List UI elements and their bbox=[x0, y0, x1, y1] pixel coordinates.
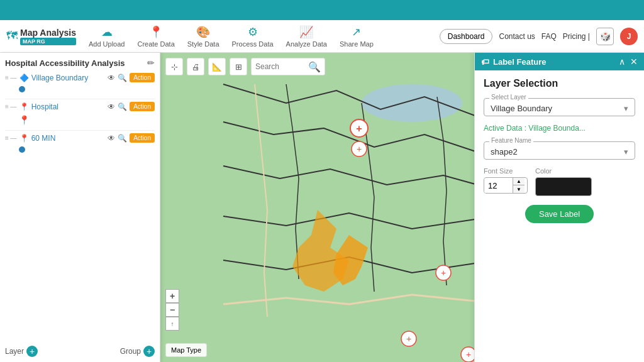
logo-icon: 🗺 bbox=[6, 30, 18, 43]
drag-handle: ≡ — bbox=[5, 74, 17, 81]
village-layer-icon: 🔷 bbox=[19, 74, 29, 82]
panel-header: Hospital Accessibility Analysis ✏ bbox=[5, 58, 155, 68]
color-swatch[interactable] bbox=[535, 177, 592, 196]
active-data-label: Active Data : Village Bounda... bbox=[484, 124, 635, 133]
60min-eye-icon[interactable]: 🔍 bbox=[118, 134, 127, 143]
font-size-input[interactable]: ▲ ▼ bbox=[484, 177, 528, 194]
60min-layer-icon: 📍 bbox=[19, 134, 29, 143]
zoom-reset-button[interactable]: ↑ bbox=[165, 317, 179, 331]
svg-text:+: + bbox=[406, 334, 411, 344]
left-panel: Hospital Accessibility Analysis ✏ ≡ — 🔷 … bbox=[0, 53, 160, 362]
color-col: Color bbox=[535, 167, 592, 196]
zoom-controls: + − ↑ bbox=[165, 289, 179, 331]
rp-header-title: 🏷 Label Feature bbox=[481, 57, 547, 67]
save-label-button[interactable]: Save Label bbox=[525, 205, 594, 223]
cube-icon[interactable]: 🎲 bbox=[596, 28, 614, 45]
rp-header: 🏷 Label Feature ∧ ✕ bbox=[475, 53, 644, 70]
search-icon: 🔍 bbox=[308, 61, 321, 73]
map-tool-measure[interactable]: 📐 bbox=[208, 58, 226, 75]
faq-link[interactable]: FAQ bbox=[541, 32, 557, 41]
village-action-button[interactable]: Action bbox=[130, 73, 155, 82]
toolbar-add-upload[interactable]: ☁ Add Upload bbox=[89, 25, 125, 48]
search-input[interactable] bbox=[255, 62, 306, 71]
feature-name-field[interactable]: Feature Name shape2 ▾ bbox=[484, 141, 635, 160]
map-type-label: Map Type bbox=[171, 346, 201, 354]
hospital-visibility-icon[interactable]: 👁 bbox=[108, 102, 115, 111]
60min-color-dot bbox=[19, 146, 25, 153]
main-area: Hospital Accessibility Analysis ✏ ≡ — 🔷 … bbox=[0, 53, 644, 362]
toolbar-analyze-data[interactable]: 📈 Analyze Data bbox=[286, 25, 327, 48]
contact-link[interactable]: Contact us bbox=[499, 32, 535, 41]
logo-area: 🗺 Map Analysis MAP RG bbox=[6, 28, 76, 45]
layer-divider-1 bbox=[5, 99, 155, 99]
hospital-color-marker: 📍 bbox=[19, 115, 155, 125]
dashboard-button[interactable]: Dashboard bbox=[440, 29, 493, 44]
group-plus-icon: + bbox=[143, 346, 155, 357]
layer-row-60min: ≡ — 📍 60 MIN 👁 🔍 Action bbox=[5, 133, 155, 143]
toolbar-share-map[interactable]: ↗ Share Map bbox=[340, 25, 374, 48]
hospital-action-button[interactable]: Action bbox=[130, 102, 155, 111]
hospital-layer-name: Hospital bbox=[31, 102, 106, 111]
font-size-up-button[interactable]: ▲ bbox=[513, 178, 525, 185]
close-icon[interactable]: ✕ bbox=[630, 57, 638, 67]
map-tool-grid[interactable]: ⊞ bbox=[230, 58, 247, 75]
map-type-selector[interactable]: Map Type bbox=[165, 343, 207, 357]
village-eye-icon[interactable]: 🔍 bbox=[118, 74, 127, 82]
toolbar-process-data[interactable]: ⚙ Process Data bbox=[232, 25, 274, 48]
layer-selection-title: Layer Selection bbox=[484, 78, 635, 89]
style-icon: 🎨 bbox=[196, 25, 210, 39]
layer-row-village: ≡ — 🔷 Village Boundary 👁 🔍 Action bbox=[5, 73, 155, 82]
60min-action-button[interactable]: Action bbox=[130, 133, 155, 143]
svg-point-1 bbox=[362, 84, 462, 122]
layer-divider-2 bbox=[5, 130, 155, 131]
group-label: Group bbox=[120, 347, 141, 356]
svg-text:+: + bbox=[356, 123, 362, 134]
minimize-icon[interactable]: ∧ bbox=[619, 57, 625, 67]
select-layer-value: Village Boundary ▾ bbox=[491, 104, 628, 113]
village-visibility-icon[interactable]: 👁 bbox=[108, 74, 115, 82]
rp-header-icons: ∧ ✕ bbox=[619, 57, 638, 67]
avatar[interactable]: J bbox=[620, 28, 638, 45]
svg-text:+: + bbox=[441, 268, 446, 278]
svg-text:+: + bbox=[466, 349, 471, 359]
right-panel: 🏷 Label Feature ∧ ✕ Layer Selection Sele… bbox=[474, 53, 644, 362]
rp-panel-content: Layer Selection Select Layer Village Bou… bbox=[475, 70, 644, 231]
zoom-out-button[interactable]: − bbox=[165, 303, 179, 317]
map-toolbar: ⊹ 🖨 📐 ⊞ 🔍 bbox=[165, 58, 325, 75]
color-label: Color bbox=[535, 167, 592, 175]
edit-icon[interactable]: ✏ bbox=[147, 58, 155, 68]
main-toolbar: 🗺 Map Analysis MAP RG ☁ Add Upload 📍 Cre… bbox=[0, 20, 644, 53]
analyze-icon: 📈 bbox=[299, 25, 313, 39]
feature-chevron-icon: ▾ bbox=[624, 147, 628, 156]
logo-sub: MAP RG bbox=[20, 38, 76, 45]
logo-text: Map Analysis bbox=[20, 28, 76, 38]
font-size-value[interactable] bbox=[484, 178, 513, 193]
upload-icon: ☁ bbox=[101, 25, 113, 39]
font-size-col: Font Size ▲ ▼ bbox=[484, 167, 528, 194]
font-size-down-button[interactable]: ▼ bbox=[513, 185, 525, 193]
panel-footer: Layer + Group + bbox=[5, 341, 155, 357]
zoom-in-button[interactable]: + bbox=[165, 289, 179, 303]
map-tool-print[interactable]: 🖨 bbox=[187, 58, 204, 75]
hospital-eye-icon[interactable]: 🔍 bbox=[118, 102, 127, 111]
create-icon: 📍 bbox=[149, 25, 163, 39]
pricing-link[interactable]: Pricing | bbox=[563, 32, 590, 41]
font-color-row: Font Size ▲ ▼ Color bbox=[484, 167, 635, 196]
map-search-box[interactable]: 🔍 bbox=[251, 58, 325, 75]
map-tool-cursor[interactable]: ⊹ bbox=[165, 58, 183, 75]
group-add-button[interactable]: Group + bbox=[120, 346, 155, 357]
process-icon: ⚙ bbox=[248, 25, 258, 39]
village-color-dot bbox=[19, 86, 25, 92]
toolbar-create-data[interactable]: 📍 Create Data bbox=[137, 25, 174, 48]
layer-row-hospital: ≡ — 📍 Hospital 👁 🔍 Action bbox=[5, 102, 155, 111]
panel-title: Hospital Accessibility Analysis bbox=[5, 58, 125, 68]
drag-handle-3: ≡ — bbox=[5, 134, 17, 141]
village-layer-name: Village Boundary bbox=[31, 74, 106, 82]
layer-add-button[interactable]: Layer + bbox=[5, 346, 38, 357]
layer-label: Layer bbox=[5, 347, 24, 356]
60min-visibility-icon[interactable]: 👁 bbox=[108, 134, 115, 143]
font-size-label: Font Size bbox=[484, 167, 528, 175]
feature-name-label: Feature Name bbox=[489, 137, 533, 144]
toolbar-style-data[interactable]: 🎨 Style Data bbox=[187, 25, 219, 48]
select-layer-field[interactable]: Select Layer Village Boundary ▾ bbox=[484, 98, 635, 116]
